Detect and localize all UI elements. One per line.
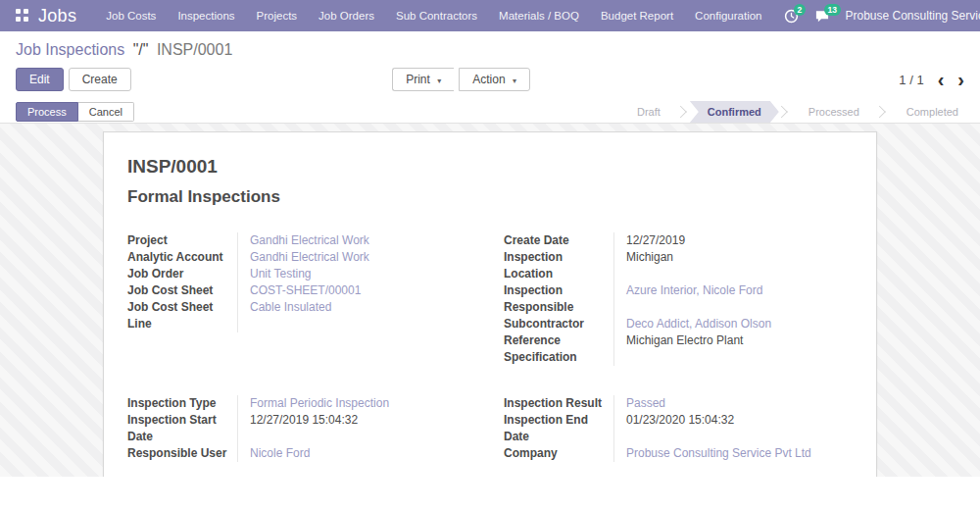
field-label-job-order: Job Order xyxy=(127,266,237,282)
field-value-job-cost-sheet[interactable]: COST-SHEET/00001 xyxy=(237,282,476,299)
field-group-1: ProjectGandhi Electrical Work Analytic A… xyxy=(127,232,853,366)
pager-count: 1 / 1 xyxy=(899,73,923,87)
stage-separator-icon xyxy=(678,101,690,123)
control-panel-buttons: Edit Create Print ▾ Action ▾ 1 / 1 ‹ › xyxy=(0,61,980,101)
create-button[interactable]: Create xyxy=(69,68,131,91)
breadcrumb-separator: "/" xyxy=(133,41,149,58)
record-name: INSP/0001 xyxy=(127,156,853,178)
stage-completed[interactable]: Completed xyxy=(889,101,976,123)
menu-materials-boq[interactable]: Materials / BOQ xyxy=(499,10,579,22)
chat-bubble-icon[interactable]: 13 xyxy=(814,9,830,24)
field-group-2: Inspection TypeFormal Periodic Inspectio… xyxy=(127,395,853,462)
print-label: Print xyxy=(406,73,430,86)
record-title: Formal Inspections xyxy=(127,187,853,207)
field-label-job-cost-sheet: Job Cost Sheet xyxy=(127,282,237,299)
company-name: Probuse Consulting Service Pvt Ltd xyxy=(846,9,980,23)
field-value-inspection-start-date: 12/27/2019 15:04:32 xyxy=(237,412,476,445)
app-name[interactable]: Jobs xyxy=(38,6,76,26)
edit-button[interactable]: Edit xyxy=(16,68,64,91)
process-button[interactable]: Process xyxy=(16,102,78,122)
breadcrumb-current: INSP/0001 xyxy=(157,41,232,58)
field-value-inspection-result[interactable]: Passed xyxy=(613,395,853,412)
field-value-responsible-user[interactable]: Nicole Ford xyxy=(237,445,476,462)
stage-pipeline: Draft Confirmed Processed Completed xyxy=(619,101,980,123)
activity-clock-icon[interactable]: 2 xyxy=(784,9,799,24)
field-value-analytic-account[interactable]: Gandhi Electrical Work xyxy=(237,249,476,266)
breadcrumb-parent-link[interactable]: Job Inspections xyxy=(16,41,124,58)
pager-previous-icon[interactable]: ‹ xyxy=(938,70,945,89)
content-background: INSP/0001 Formal Inspections ProjectGand… xyxy=(0,124,980,477)
field-value-inspection-end-date: 01/23/2020 15:04:32 xyxy=(613,412,853,445)
field-label-responsible-user: Responsible User xyxy=(127,445,237,462)
cancel-button[interactable]: Cancel xyxy=(78,102,134,122)
field-label-inspection-result: Inspection Result xyxy=(504,395,613,412)
activity-badge: 2 xyxy=(794,4,807,17)
stage-draft[interactable]: Draft xyxy=(619,101,678,123)
field-value-inspection-type[interactable]: Formal Periodic Inspection xyxy=(237,395,476,412)
field-value-reference-specification: Michigan Electro Plant xyxy=(613,332,853,366)
chevron-down-icon: ▾ xyxy=(513,77,516,85)
breadcrumb: Job Inspections "/" INSP/0001 xyxy=(0,31,980,61)
field-label-project: Project xyxy=(127,232,237,249)
action-label: Action xyxy=(472,73,505,86)
field-value-inspection-responsible[interactable]: Azure Interior, Nicole Ford xyxy=(613,282,853,316)
field-label-company: Company xyxy=(504,445,613,462)
field-label-create-date: Create Date xyxy=(504,232,613,249)
field-label-inspection-location: Inspection Location xyxy=(504,249,613,282)
top-navbar: Jobs Job Costs Inspections Projects Job … xyxy=(0,0,980,31)
field-value-create-date: 12/27/2019 xyxy=(613,232,853,249)
statusbar: Process Cancel Draft Confirmed Processed… xyxy=(0,101,980,124)
menu-projects[interactable]: Projects xyxy=(257,10,298,22)
field-value-company[interactable]: Probuse Consulting Service Pvt Ltd xyxy=(613,445,853,462)
field-label-inspection-start-date: Inspection Start Date xyxy=(127,412,237,445)
field-value-subcontractor[interactable]: Deco Addict, Addison Olson xyxy=(613,316,853,332)
pager: 1 / 1 ‹ › xyxy=(899,70,964,89)
menu-budget-report[interactable]: Budget Report xyxy=(601,10,673,22)
menu-job-costs[interactable]: Job Costs xyxy=(106,10,156,22)
pager-next-icon[interactable]: › xyxy=(957,70,964,89)
form-sheet: INSP/0001 Formal Inspections ProjectGand… xyxy=(103,131,877,477)
field-label-inspection-responsible: Inspection Responsible xyxy=(504,282,613,316)
field-label-inspection-end-date: Inspection End Date xyxy=(504,412,613,445)
messages-badge: 13 xyxy=(824,4,841,17)
field-value-inspection-location: Michigan xyxy=(613,249,853,282)
menu-sub-contractors[interactable]: Sub Contractors xyxy=(396,10,477,22)
action-dropdown-button[interactable]: Action ▾ xyxy=(459,68,530,91)
field-label-subcontractor: Subcontractor xyxy=(504,316,613,332)
stage-separator-icon xyxy=(877,101,889,123)
field-value-job-cost-sheet-line[interactable]: Cable Insulated xyxy=(237,299,476,332)
field-label-inspection-type: Inspection Type xyxy=(127,395,237,412)
company-switcher[interactable]: Probuse Consulting Service Pvt Ltd▾ xyxy=(846,9,980,23)
stage-separator-icon xyxy=(779,101,791,123)
menu-inspections[interactable]: Inspections xyxy=(177,10,234,22)
menu-job-orders[interactable]: Job Orders xyxy=(318,10,374,22)
field-value-job-order[interactable]: Unit Testing xyxy=(237,266,476,282)
stage-confirmed[interactable]: Confirmed xyxy=(690,101,779,123)
menu-configuration[interactable]: Configuration xyxy=(695,10,761,22)
stage-processed[interactable]: Processed xyxy=(791,101,877,123)
print-dropdown-button[interactable]: Print ▾ xyxy=(392,68,454,91)
field-label-reference-specification: Reference Specification xyxy=(504,332,613,366)
field-label-analytic-account: Analytic Account xyxy=(127,249,237,266)
field-value-project[interactable]: Gandhi Electrical Work xyxy=(237,232,476,249)
apps-grid-icon[interactable] xyxy=(16,9,28,23)
field-label-job-cost-sheet-line: Job Cost Sheet Line xyxy=(127,299,237,332)
chevron-down-icon: ▾ xyxy=(437,77,441,85)
